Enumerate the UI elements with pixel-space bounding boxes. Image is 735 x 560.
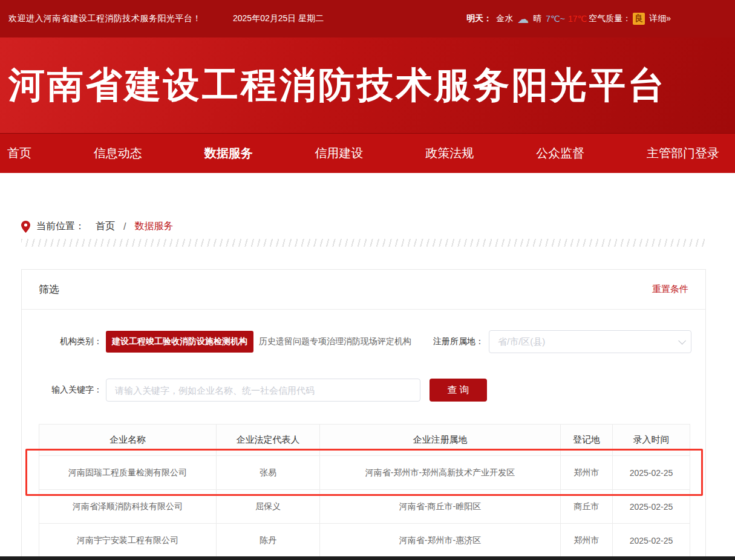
topbar: 欢迎进入河南省建设工程消防技术服务阳光平台！ 2025年02月25日 星期二 明…: [0, 0, 735, 37]
air-quality-label: 空气质量：: [589, 13, 631, 24]
keyword-label: 输入关键字：: [39, 385, 102, 396]
temp-high: 17℃: [568, 14, 587, 24]
date-text: 2025年02月25日 星期二: [233, 13, 324, 24]
breadcrumb-current[interactable]: 数据服务: [134, 220, 173, 233]
keyword-filter-row: 输入关键字： 查 询: [22, 379, 705, 402]
table-row[interactable]: 河南固瑞工程质量检测有限公司 张易 河南省-郑州市-郑州高新技术产业开发区 郑州…: [39, 456, 690, 490]
col-legal-representative: 企业法定代表人: [217, 425, 320, 456]
nav-item-admin-login[interactable]: 主管部门登录: [647, 145, 719, 161]
cell-entry-date: 2025-02-25: [613, 524, 690, 558]
weather-condition: 晴: [533, 13, 541, 24]
nav-item-credit[interactable]: 信用建设: [315, 145, 363, 161]
weather-widget: 明天： 金水 ☁ 晴 7℃~ 17℃ 空气质量： 良 详细»: [466, 13, 671, 25]
main-nav: 首页 信息动态 数据服务 信用建设 政策法规 公众监督 主管部门登录: [0, 133, 735, 173]
breadcrumb: 当前位置： 首页 / 数据服务: [21, 220, 735, 233]
keyword-input[interactable]: [106, 379, 420, 402]
breadcrumb-home[interactable]: 首页: [96, 220, 115, 233]
cell-registered-location: 河南省-商丘市-睢阳区: [320, 490, 561, 524]
table-header-row: 企业名称 企业法定代表人 企业注册属地 登记地 录入时间: [39, 425, 690, 456]
table-row[interactable]: 河南宇宁安装工程有限公司 陈丹 河南省-郑州市-惠济区 郑州市 2025-02-…: [39, 524, 690, 558]
cell-registered-location: 河南省-郑州市-惠济区: [320, 524, 561, 558]
weather-label: 明天：: [466, 13, 492, 24]
category-option-selected[interactable]: 建设工程竣工验收消防设施检测机构: [106, 331, 253, 353]
category-filter-row: 机构类别： 建设工程竣工验收消防设施检测机构 历史遗留问题专项治理消防现场评定机…: [22, 330, 705, 353]
cell-entry-date: 2025-02-25: [613, 456, 690, 490]
cell-registration-place: 商丘市: [561, 490, 613, 524]
cell-registered-location: 河南省-郑州市-郑州高新技术产业开发区: [320, 456, 561, 490]
cell-legal-representative: 张易: [217, 456, 320, 490]
cell-registration-place: 郑州市: [561, 456, 613, 490]
region-label: 注册所属地：: [433, 336, 484, 347]
cell-company-name: 河南省泽顺消防科技有限公司: [39, 490, 217, 524]
region-select[interactable]: 省/市/区(县): [489, 330, 691, 353]
category-label: 机构类别：: [39, 336, 102, 347]
location-pin-icon: [21, 221, 30, 233]
nav-item-policy[interactable]: 政策法规: [425, 145, 474, 161]
breadcrumb-separator: /: [123, 221, 126, 232]
nav-item-data-service[interactable]: 数据服务: [204, 145, 253, 161]
col-company-name: 企业名称: [39, 425, 217, 456]
cloud-icon: ☁: [517, 13, 529, 25]
category-option-unselected[interactable]: 历史遗留问题专项治理消防现场评定机构: [259, 336, 411, 347]
bottom-edge-bar: [0, 556, 735, 560]
reset-filters-link[interactable]: 重置条件: [652, 284, 688, 295]
col-registered-location: 企业注册属地: [320, 425, 561, 456]
welcome-text: 欢迎进入河南省建设工程消防技术服务阳光平台！: [8, 13, 201, 24]
region-select-placeholder: 省/市/区(县): [498, 336, 545, 348]
chevron-down-icon: [678, 337, 686, 345]
cell-legal-representative: 陈丹: [217, 524, 320, 558]
cell-registration-place: 郑州市: [561, 524, 613, 558]
breadcrumb-label: 当前位置：: [36, 220, 85, 233]
air-quality-badge: 良: [633, 13, 645, 25]
cell-company-name: 河南固瑞工程质量检测有限公司: [39, 456, 217, 490]
col-entry-date: 录入时间: [613, 425, 690, 456]
cell-company-name: 河南宇宁安装工程有限公司: [39, 524, 217, 558]
result-table: 企业名称 企业法定代表人 企业注册属地 登记地 录入时间 河南固瑞工程质量检测有…: [39, 424, 690, 558]
temp-low: 7℃~: [546, 14, 565, 24]
filter-title: 筛选: [39, 282, 59, 296]
site-header: 河南省建设工程消防技术服务阳光平台: [0, 37, 735, 133]
weather-detail-link[interactable]: 详细»: [649, 13, 671, 24]
table-row[interactable]: 河南省泽顺消防科技有限公司 屈保义 河南省-商丘市-睢阳区 商丘市 2025-0…: [39, 490, 690, 524]
nav-item-supervision[interactable]: 公众监督: [536, 145, 584, 161]
nav-item-home[interactable]: 首页: [7, 145, 31, 161]
cell-legal-representative: 屈保义: [217, 490, 320, 524]
page-title: 河南省建设工程消防技术服务阳光平台: [8, 61, 667, 110]
nav-item-news[interactable]: 信息动态: [94, 145, 142, 161]
decorative-slash-divider: [21, 239, 707, 247]
filter-panel: 筛选 重置条件 机构类别： 建设工程竣工验收消防设施检测机构 历史遗留问题专项治…: [21, 269, 706, 560]
cell-entry-date: 2025-02-25: [613, 490, 690, 524]
filter-panel-header: 筛选 重置条件: [22, 270, 705, 310]
search-button[interactable]: 查 询: [430, 379, 487, 402]
col-registration-place: 登记地: [561, 425, 613, 456]
weather-district: 金水: [496, 13, 513, 24]
